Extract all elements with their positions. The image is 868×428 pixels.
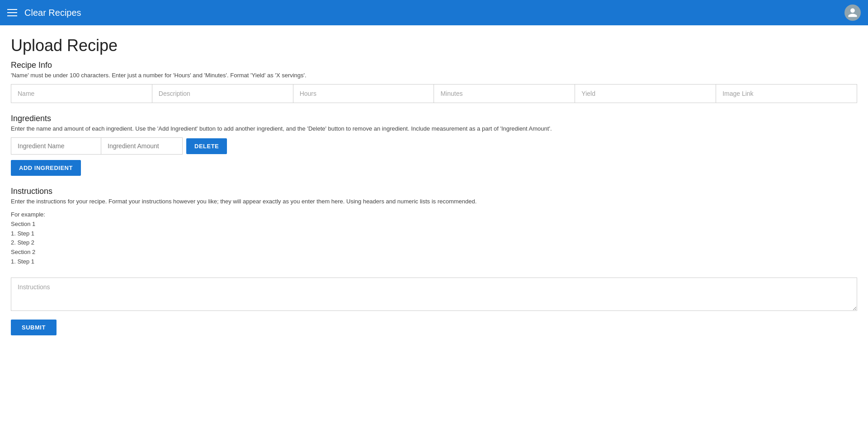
ingredients-hint: Enter the name and amount of each ingred… bbox=[11, 125, 857, 132]
page-title: Upload Recipe bbox=[11, 36, 857, 55]
main-content: Upload Recipe Recipe Info 'Name' must be… bbox=[0, 25, 868, 353]
description-input[interactable] bbox=[152, 85, 293, 103]
example-label: For example: bbox=[11, 211, 45, 218]
example-line-3: 2. Step 2 bbox=[11, 239, 34, 246]
recipe-info-fields bbox=[11, 84, 857, 103]
yield-input[interactable] bbox=[575, 85, 716, 103]
app-title: Clear Recipes bbox=[24, 8, 81, 18]
avatar[interactable] bbox=[844, 5, 861, 21]
recipe-info-title: Recipe Info bbox=[11, 61, 857, 70]
example-line-1: Section 1 bbox=[11, 221, 35, 227]
image-link-input[interactable] bbox=[716, 85, 857, 103]
name-input[interactable] bbox=[11, 85, 152, 103]
example-line-4: Section 2 bbox=[11, 249, 35, 255]
minutes-input[interactable] bbox=[434, 85, 575, 103]
delete-ingredient-button[interactable]: DELETE bbox=[186, 138, 227, 154]
instructions-title: Instructions bbox=[11, 187, 857, 196]
ingredient-amount-input[interactable] bbox=[101, 137, 183, 155]
instructions-textarea[interactable] bbox=[11, 277, 857, 311]
menu-icon[interactable] bbox=[7, 9, 17, 16]
ingredient-name-input[interactable] bbox=[11, 137, 101, 155]
example-line-5: 1. Step 1 bbox=[11, 258, 34, 265]
instructions-section: Instructions Enter the instructions for … bbox=[11, 187, 857, 267]
navbar: Clear Recipes bbox=[0, 0, 868, 25]
example-line-2: 1. Step 1 bbox=[11, 230, 34, 237]
ingredient-row: DELETE bbox=[11, 137, 857, 155]
instructions-example: For example: Section 1 1. Step 1 2. Step… bbox=[11, 210, 857, 267]
submit-button[interactable]: SUBMIT bbox=[11, 320, 57, 335]
add-ingredient-button[interactable]: ADD INGREDIENT bbox=[11, 160, 81, 176]
recipe-info-hint: 'Name' must be under 100 characters. Ent… bbox=[11, 72, 857, 79]
hours-input[interactable] bbox=[293, 85, 434, 103]
ingredients-title: Ingredients bbox=[11, 114, 857, 123]
instructions-hint: Enter the instructions for your recipe. … bbox=[11, 198, 857, 205]
